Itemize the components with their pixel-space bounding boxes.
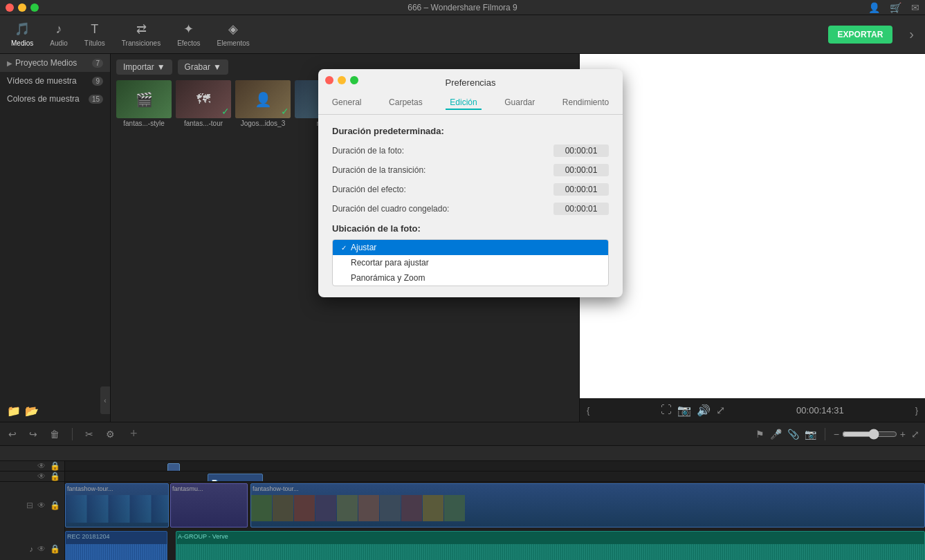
clip-intro[interactable]: 📄 Intro 1 (208, 474, 263, 481)
pref-transicion-value[interactable]: 00:00:01 (553, 164, 609, 176)
pref-option-panoramica-label: Panorámica y Zoom (351, 273, 425, 283)
fullscreen-icon[interactable]: ⛶ (661, 404, 672, 416)
pref-max-button[interactable] (350, 76, 358, 84)
pref-efecto-value[interactable]: 00:00:01 (553, 183, 609, 196)
close-button[interactable] (6, 3, 14, 12)
add-folder-button[interactable]: 📁 (7, 404, 21, 418)
pref-cuadro-value[interactable]: 00:00:01 (553, 203, 609, 215)
pref-min-button[interactable] (338, 76, 346, 84)
media-item[interactable]: 👤 ✓ Jogos...idos_3 (235, 80, 291, 129)
clip-video-1[interactable]: fantashow-tour... (65, 483, 169, 528)
undo-button[interactable]: ↩ (6, 427, 19, 441)
pref-traffic-lights (325, 76, 358, 84)
transiciones-icon: ⇄ (136, 21, 147, 37)
expand-icon[interactable]: ⤢ (716, 404, 725, 417)
split-icon[interactable]: ⊟ (26, 501, 33, 510)
toolbar-separator-2 (825, 428, 825, 440)
zoom-slider[interactable] (842, 429, 897, 440)
toolbar-elementos[interactable]: ◈ Elementos (217, 21, 250, 47)
media-item[interactable]: 🎬 fantas...-style (116, 80, 172, 129)
maximize-button[interactable] (30, 3, 39, 12)
mic-icon[interactable]: 🎤 (770, 429, 782, 440)
media-thumb-label: fantas...-style (116, 120, 172, 127)
media-thumb-label: fantas...-tour (176, 120, 231, 127)
fullscreen-timeline-icon[interactable]: ⤢ (911, 429, 919, 440)
pref-option-panoramica[interactable]: ✓ Panorámica y Zoom (333, 270, 608, 286)
eye-icon[interactable]: 👁 (37, 472, 46, 481)
collapse-sidebar-button[interactable]: ‹ (100, 386, 110, 414)
preview-area: { ⛶ 📷 🔊 ⤢ 00:00:14:31 } (579, 54, 925, 422)
sidebar-item-colores[interactable]: Colores de muestra 15 (0, 90, 110, 108)
lock-icon[interactable]: 🔒 (50, 461, 60, 471)
screenshot-icon[interactable]: 📷 (677, 404, 691, 417)
app-title: 666 – Wondershare Filmora 9 (407, 3, 518, 12)
remove-folder-button[interactable]: 📂 (25, 404, 39, 418)
user-icon[interactable]: 👤 (868, 2, 880, 13)
mail-icon[interactable]: ✉ (911, 2, 919, 13)
pref-title: Preferencias (318, 69, 623, 96)
pref-foto-value[interactable]: 00:00:01 (553, 144, 609, 157)
pref-tab-general[interactable]: General (328, 96, 366, 110)
toolbar-efectos[interactable]: ✦ Efectos (177, 21, 200, 47)
sidebar-videos-badge: 9 (92, 77, 103, 86)
flag-icon[interactable]: ⚑ (755, 429, 764, 440)
lock-icon[interactable]: 🔒 (50, 472, 60, 481)
eye-icon[interactable]: 👁 (37, 461, 46, 471)
toolbar-medios-label: Medios (11, 39, 33, 47)
pref-tab-edicion[interactable]: Edición (446, 96, 481, 110)
sidebar-videos-label: Vídeos de muestra (7, 76, 77, 86)
snapshot-icon[interactable]: 📷 (805, 429, 816, 440)
import-button[interactable]: Importar ▼ (116, 59, 172, 75)
traffic-lights[interactable] (6, 3, 39, 12)
collapse-panel-button[interactable]: › (909, 26, 914, 42)
clip-overlay[interactable] (167, 463, 180, 471)
toolbar-transiciones-label: Transiciones (122, 39, 161, 47)
import-label: Importar (123, 62, 154, 72)
media-item[interactable]: 🗺 ✓ fantas...-tour (176, 80, 231, 129)
zoom-out-icon[interactable]: − (834, 429, 839, 440)
pref-row-transicion: Duración de la transición: 00:00:01 (332, 164, 609, 176)
delete-button[interactable]: 🗑 (47, 427, 62, 441)
pref-close-button[interactable] (325, 76, 333, 84)
media-thumb[interactable]: 🗺 ✓ (176, 80, 231, 118)
lock-icon[interactable]: 🔒 (50, 544, 60, 554)
media-thumb[interactable]: 👤 ✓ (235, 80, 291, 118)
clip-rec[interactable]: REC 20181204 (65, 531, 167, 560)
clip-video-2[interactable]: fantasmu... (170, 483, 248, 528)
track-controls-main-video: ⊟ 👁 🔒 (0, 482, 65, 529)
toolbar-transiciones[interactable]: ⇄ Transiciones (122, 21, 161, 47)
minimize-button[interactable] (18, 3, 26, 12)
clip-icon[interactable]: 📎 (787, 429, 799, 440)
pref-option-ajustar[interactable]: ✓ Ajustar (333, 240, 608, 255)
preferences-dialog: Preferencias General Carpetas Edición Gu… (318, 69, 623, 297)
export-button[interactable]: EXPORTAR (828, 26, 893, 44)
clip-agroup-1[interactable]: A-GROUP - Verve (176, 531, 925, 560)
pref-option-recortar[interactable]: ✓ Recortar para ajustar (333, 255, 608, 270)
pref-option-ajustar-label: Ajustar (351, 243, 376, 252)
settings-button[interactable]: ⚙ (103, 427, 118, 441)
sidebar-item-proyecto[interactable]: ▶ Proyecto Medios 7 (0, 54, 110, 72)
clip-intro-label: 📄 Intro 1 (211, 480, 238, 481)
redo-button[interactable]: ↪ (26, 427, 40, 441)
eye-icon[interactable]: 👁 (37, 501, 46, 510)
chevron-icon: ▶ (7, 59, 12, 67)
toolbar-medios[interactable]: 🎵 Medios (11, 21, 33, 47)
volume-icon[interactable]: 🔊 (697, 404, 711, 417)
cut-button[interactable]: ✂ (82, 427, 96, 441)
cart-icon[interactable]: 🛒 (890, 2, 901, 13)
media-thumb[interactable]: 🎬 (116, 80, 172, 118)
pref-tab-rendimiento[interactable]: Rendimiento (558, 96, 613, 110)
toolbar-audio[interactable]: ♪ Audio (50, 22, 68, 47)
eye-icon[interactable]: 👁 (37, 544, 46, 554)
grabar-button[interactable]: Grabar ▼ (178, 59, 228, 75)
zoom-in-icon[interactable]: + (900, 429, 906, 440)
lock-icon[interactable]: 🔒 (50, 501, 60, 510)
pref-tab-guardar[interactable]: Guardar (500, 96, 539, 110)
toolbar-titulos[interactable]: T Títulos (84, 22, 105, 47)
pref-efecto-label: Duración del efecto: (332, 185, 406, 194)
sidebar-item-videos[interactable]: Vídeos de muestra 9 (0, 72, 110, 90)
pref-content: Duración predeterminada: Duración de la … (318, 115, 623, 297)
clip-video-3[interactable]: fantashow-tour... (250, 483, 925, 528)
add-track-button[interactable]: + (125, 427, 143, 441)
pref-tab-carpetas[interactable]: Carpetas (385, 96, 427, 110)
